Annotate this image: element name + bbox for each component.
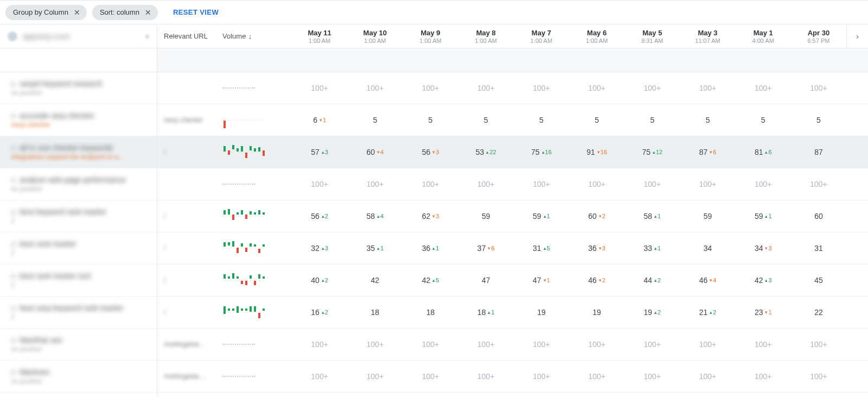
scroll-right-button[interactable]: › — [846, 24, 868, 48]
delta-down: 6 — [710, 149, 716, 155]
rank-value: 100+ — [810, 180, 827, 188]
rank-value: 19 — [643, 308, 652, 317]
no-data-indicator — [222, 376, 255, 377]
sidebar-item[interactable]: blackhat seono position — [0, 329, 157, 361]
table-row[interactable]: /nothingelse…100+100+100+100+100+100+100… — [157, 329, 868, 361]
cell-value: 351 — [347, 244, 403, 253]
sidebar-item[interactable]: best rank tracker tool2 — [0, 264, 157, 297]
cell-value: 5 — [791, 116, 846, 124]
column-header-date[interactable]: May 101:00 AM — [347, 24, 403, 48]
cell-url[interactable]: / — [157, 212, 216, 220]
cell-volume — [216, 207, 292, 225]
rank-value: 31 — [533, 244, 541, 253]
table-row[interactable]: /3233513613763153633313434331 — [157, 232, 868, 264]
column-header-date[interactable]: May 91:00 AM — [403, 24, 458, 48]
reset-view-button[interactable]: RESET VIEW — [173, 8, 219, 16]
cell-volume — [216, 143, 292, 161]
column-header-date[interactable]: May 61:00 AM — [569, 24, 624, 48]
svg-rect-49 — [232, 308, 234, 311]
column-header-date[interactable]: May 311:07 AM — [680, 24, 735, 48]
chip-sort[interactable]: Sort: column ✕ — [92, 5, 158, 20]
svg-rect-34 — [263, 244, 265, 247]
cell-url[interactable]: /nothingelse… — [157, 341, 216, 348]
cell-value: 462 — [569, 276, 624, 285]
column-header-date[interactable]: May 14:00 AM — [736, 24, 791, 48]
column-header-date[interactable]: May 58:31 AM — [624, 24, 680, 48]
column-header-url[interactable]: Relevant URL — [157, 24, 216, 48]
delta-down: 1 — [544, 277, 550, 283]
sidebar-item[interactable]: best keyword rank tracker2 — [0, 200, 157, 232]
cell-value: 18 — [347, 308, 403, 317]
rank-value: 100+ — [367, 180, 384, 188]
cell-url[interactable]: / — [157, 244, 216, 252]
chip-group-by[interactable]: Group by Column ✕ — [5, 5, 87, 20]
sidebar-item[interactable]: all in one checker keywordsintegrations … — [0, 136, 157, 168]
rank-value: 100+ — [533, 372, 550, 381]
table-row[interactable]: /serp checker61555555555 — [157, 104, 868, 136]
table-row[interactable]: /562584623595916025815959160 — [157, 200, 868, 232]
delta-down: 3 — [765, 245, 771, 251]
table-row[interactable]: 100+100+100+100+100+100+100+100+100+100+ — [157, 72, 868, 104]
time-label: 1:00 AM — [531, 37, 552, 44]
sidebar-item[interactable]: blackseono position — [0, 361, 157, 393]
cell-value: 315 — [514, 244, 569, 253]
date-label: May 3 — [698, 29, 717, 37]
delta-up: 3 — [765, 277, 771, 283]
table-row[interactable]: /573604563532275169116751287681687 — [157, 136, 868, 168]
delta-up: 1 — [432, 245, 439, 251]
date-label: May 11 — [308, 29, 331, 37]
rank-value: 42 — [422, 276, 431, 285]
cell-value: 5 — [514, 116, 569, 124]
sidebar-item[interactable]: serpel keyword researchno position — [0, 72, 157, 104]
rank-value: 100+ — [699, 372, 717, 381]
sidebar-item[interactable]: accurate serp checker/serp-checker — [0, 104, 157, 136]
cell-url[interactable]: / — [157, 308, 216, 316]
close-icon[interactable]: ✕ — [143, 8, 154, 17]
column-header-volume[interactable]: Volume ↓ — [216, 24, 292, 48]
cell-url[interactable]: /serp checker — [157, 116, 216, 124]
cell-value: 100+ — [791, 180, 846, 188]
date-label: May 6 — [587, 29, 607, 37]
cell-url[interactable]: / — [157, 148, 216, 156]
column-header-date[interactable]: May 71:00 AM — [514, 24, 569, 48]
rank-value: 100+ — [477, 340, 495, 349]
rank-value: 56 — [311, 212, 320, 220]
delta-up: 5 — [432, 277, 439, 283]
rank-value: 100+ — [311, 372, 328, 381]
sidebar-item[interactable]: analyse web page performanceno position — [0, 168, 157, 200]
delta-down: 3 — [432, 149, 439, 155]
cell-value: 5 — [624, 116, 680, 124]
cell-value: 47 — [458, 276, 514, 285]
sidebar-item-subtitle: 2 — [11, 313, 148, 321]
delta-up: 2 — [322, 213, 328, 219]
cell-value: 402 — [292, 276, 347, 285]
column-header-date[interactable]: May 111:00 AM — [292, 24, 347, 48]
date-label: May 8 — [476, 29, 496, 37]
svg-rect-6 — [237, 148, 239, 152]
sidebar-item[interactable]: best serp keyword rank tracker2 — [0, 297, 157, 329]
delta-up: 12 — [653, 149, 662, 155]
column-header-date[interactable]: Apr 306:57 PM — [791, 24, 846, 48]
cell-value: 100+ — [624, 372, 680, 381]
table-row[interactable]: /nothingelse…100+100+100+100+100+100+100… — [157, 361, 868, 393]
close-icon[interactable]: ✕ — [72, 8, 82, 17]
rank-value: 40 — [311, 276, 320, 285]
column-header-date[interactable]: May 81:00 AM — [458, 24, 514, 48]
sidebar-item[interactable]: best rank tracker2 — [0, 232, 157, 264]
delta-up: 2 — [654, 277, 661, 283]
svg-rect-22 — [258, 210, 260, 215]
rank-value: 56 — [422, 148, 431, 156]
rank-value: 34 — [704, 244, 712, 253]
delta-up: 22 — [486, 149, 496, 155]
domain-selector[interactable]: appserp.com ▾ — [0, 24, 157, 48]
cell-url[interactable]: /nothingelse… — [157, 373, 216, 380]
rank-value: 100+ — [755, 84, 772, 92]
sidebar-item-title: analyse web page performance — [11, 175, 148, 184]
table-row[interactable]: 100+100+100+100+100+100+100+100+100+100+ — [157, 168, 868, 200]
table-row[interactable]: /402424254747146244246442345 — [157, 264, 868, 297]
svg-rect-20 — [250, 211, 252, 215]
cell-value: 100+ — [458, 180, 514, 188]
table-row[interactable]: /1621818181191919221223122 — [157, 297, 868, 329]
rank-value: 100+ — [477, 372, 495, 381]
cell-url[interactable]: / — [157, 276, 216, 284]
